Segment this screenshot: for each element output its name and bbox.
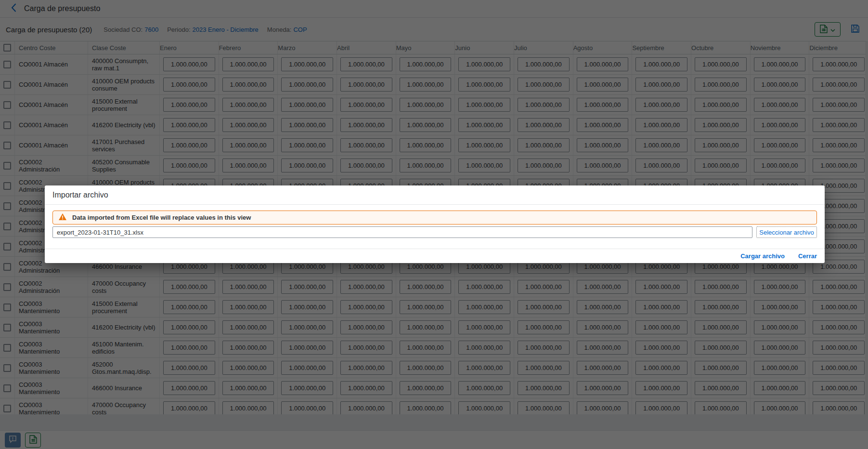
warning-message-text: Data imported from Excel file will repla… [72,214,251,221]
file-name-input[interactable] [52,226,752,238]
warning-message-strip: Data imported from Excel file will repla… [52,211,817,224]
upload-file-button[interactable]: Cargar archivo [740,252,785,260]
select-file-button[interactable]: Seleccionar archivo [756,226,817,238]
dialog-title: Importar archivo [52,191,108,199]
dialog-content: Data imported from Excel file will repla… [45,205,825,249]
import-file-dialog: Importar archivo Data imported from Exce… [45,185,825,263]
dialog-header: Importar archivo [45,185,825,205]
dialog-close-button[interactable]: Cerrar [798,252,817,260]
dialog-footer: Cargar archivo Cerrar [45,249,825,263]
file-upload-row: Seleccionar archivo [52,226,817,238]
warning-icon [59,213,66,222]
